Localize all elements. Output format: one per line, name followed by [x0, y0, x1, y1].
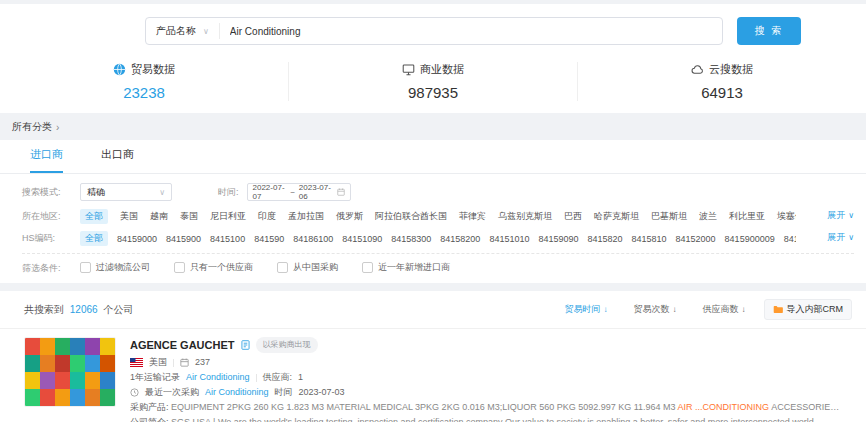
- hs-code-chip[interactable]: 84159000: [117, 234, 157, 244]
- search-category-dropdown[interactable]: 产品名称 ∨: [146, 23, 220, 39]
- hs-code-chip[interactable]: 8415820: [587, 234, 622, 244]
- hs-code-chip[interactable]: 84158200: [440, 234, 480, 244]
- stat-cloud-search-data[interactable]: 云搜数据 64913: [577, 62, 866, 101]
- us-flag-icon: [130, 358, 143, 367]
- region-chip[interactable]: 巴西: [564, 210, 582, 223]
- match-product-link[interactable]: Air Conditioning: [186, 372, 250, 383]
- hs-code-chip[interactable]: 8415900009: [725, 234, 775, 244]
- buyer-role-tag[interactable]: 以采购商出现: [256, 337, 318, 353]
- tab-exporters[interactable]: 出口商: [101, 147, 134, 173]
- sort-supplier-count[interactable]: 供应商数 ↓: [703, 303, 746, 316]
- search-mode-label: 搜索模式:: [22, 186, 80, 199]
- chevron-down-icon: ∨: [159, 188, 165, 197]
- condition-text: 近一年新增进口商: [378, 261, 450, 274]
- region-chip[interactable]: 俄罗斯: [336, 210, 363, 223]
- hs-code-chip[interactable]: 84158300: [391, 234, 431, 244]
- stat-label: 商业数据: [420, 62, 464, 77]
- region-chip[interactable]: 菲律宾: [459, 210, 486, 223]
- checkbox-icon[interactable]: [80, 262, 91, 273]
- region-chip[interactable]: 印度: [258, 210, 276, 223]
- tab-importers[interactable]: 进口商: [30, 147, 63, 173]
- arrow-down-icon: ↓: [742, 305, 746, 314]
- hs-code-chip[interactable]: 全部: [80, 231, 108, 246]
- results-panel: 共搜索到 12066 个公司 贸易时间 ↓ 贸易次数 ↓ 供应商数 ↓ 导入内部…: [0, 291, 866, 422]
- divider: [173, 359, 174, 367]
- region-chip[interactable]: 全部: [80, 209, 108, 224]
- region-chip[interactable]: 泰国: [180, 210, 198, 223]
- import-crm-button[interactable]: 导入内部CRM: [764, 299, 853, 320]
- company-meta-row: 美国 237: [130, 357, 842, 368]
- sort-label: 贸易时间: [565, 303, 601, 316]
- region-chip[interactable]: 孟加拉国: [288, 210, 324, 223]
- checkbox-icon[interactable]: [362, 262, 373, 273]
- products-label: 采购产品:: [130, 402, 169, 412]
- recent-date: 2023-07-03: [299, 387, 345, 398]
- condition-checkbox-item[interactable]: 只有一个供应商: [174, 261, 253, 274]
- hs-code-chip[interactable]: 8415100: [210, 234, 245, 244]
- company-name-link[interactable]: AGENCE GAUCHET: [130, 339, 235, 351]
- products-highlight: AIR ...CONDITIONING: [678, 402, 770, 412]
- dashed-divider: [22, 253, 854, 254]
- date-start: 2022-07-07: [253, 183, 287, 201]
- cloud-search-icon: [691, 63, 704, 76]
- condition-checkbox-item[interactable]: 过滤物流公司: [80, 261, 150, 274]
- filter-panel: 进口商 出口商 搜索模式: 精确 ∨ 时间: 2022-07-07 ~ 2023…: [0, 140, 866, 283]
- date-range-picker[interactable]: 2022-07-07 ~ 2023-07-06: [247, 183, 351, 201]
- hs-code-chip[interactable]: 84151010: [489, 234, 529, 244]
- desc-text: SGS USA | We are the world's leading tes…: [171, 417, 816, 422]
- stat-value: 987935: [289, 84, 577, 101]
- stat-business-data[interactable]: 商业数据 987935: [288, 62, 577, 101]
- condition-checkbox-item[interactable]: 从中国采购: [277, 261, 338, 274]
- sort-trade-count[interactable]: 贸易次数 ↓: [634, 303, 677, 316]
- import-crm-label: 导入内部CRM: [787, 303, 844, 316]
- search-input[interactable]: [220, 26, 722, 37]
- checkbox-icon[interactable]: [277, 262, 288, 273]
- region-chip[interactable]: 尼日利亚: [210, 210, 246, 223]
- recent-product-link[interactable]: Air Conditioning: [205, 387, 269, 398]
- hs-code-chip[interactable]: 841590: [254, 234, 284, 244]
- hs-code-chip[interactable]: 8415810: [632, 234, 667, 244]
- summary-prefix: 共搜索到: [24, 304, 64, 315]
- all-categories-link[interactable]: 所有分类 ›: [0, 113, 866, 140]
- region-chip[interactable]: 阿拉伯联合酋长国: [375, 210, 447, 223]
- region-chip[interactable]: 美国: [120, 210, 138, 223]
- hs-code-label: HS编码:: [22, 232, 80, 245]
- hs-code-chip[interactable]: 8415900: [166, 234, 201, 244]
- hs-code-chip[interactable]: 84152000: [676, 234, 716, 244]
- region-chip[interactable]: 波兰: [699, 210, 717, 223]
- hs-code-chip[interactable]: 84186100: [293, 234, 333, 244]
- date-end: 2023-07-06: [299, 183, 333, 201]
- chevron-down-icon: ∨: [848, 233, 854, 242]
- region-chip[interactable]: 乌兹别克斯坦: [498, 210, 552, 223]
- importer-exporter-tabs: 进口商 出口商: [0, 140, 866, 174]
- expand-hs-codes-link[interactable]: 展开 ∨: [822, 231, 854, 244]
- trade-globe-icon: [113, 63, 126, 76]
- checkbox-icon[interactable]: [174, 262, 185, 273]
- region-chip[interactable]: 利比里亚: [729, 210, 765, 223]
- condition-checkbox-item[interactable]: 近一年新增进口商: [362, 261, 450, 274]
- hs-code-chip[interactable]: 84151090: [342, 234, 382, 244]
- arrow-down-icon: ↓: [604, 305, 608, 314]
- recent-purchase-row: 最近一次采购 Air Conditioning 时间 2023-07-03: [130, 387, 842, 398]
- hs-code-chip[interactable]: 84159090: [538, 234, 578, 244]
- folder-icon: [773, 305, 783, 314]
- stat-trade-data[interactable]: 贸易数据 23238: [0, 62, 288, 101]
- desc-label: 公司简介:: [130, 417, 169, 422]
- match-prefix: 1年运输记录: [130, 372, 180, 383]
- stat-label: 贸易数据: [131, 62, 175, 77]
- region-chip[interactable]: 哈萨克斯坦: [594, 210, 639, 223]
- chevron-down-icon: ∨: [203, 27, 209, 36]
- recent-mid: 时间: [275, 387, 293, 398]
- company-desc-row: 公司简介: SGS USA | We are the world's leadi…: [130, 417, 842, 422]
- expand-regions-link[interactable]: 展开 ∨: [822, 209, 854, 222]
- search-button[interactable]: 搜 索: [737, 17, 801, 45]
- date-separator: ~: [290, 188, 295, 197]
- hs-code-chip[interactable]: 84159019: [784, 234, 796, 244]
- company-photo[interactable]: [24, 337, 116, 407]
- search-mode-select[interactable]: 精确 ∨: [80, 183, 172, 201]
- region-chip[interactable]: 埃塞俄比亚: [777, 210, 796, 223]
- region-chip[interactable]: 越南: [150, 210, 168, 223]
- sort-trade-time[interactable]: 贸易时间 ↓: [565, 303, 608, 316]
- company-report-icon[interactable]: [241, 340, 250, 350]
- region-chip[interactable]: 巴基斯坦: [651, 210, 687, 223]
